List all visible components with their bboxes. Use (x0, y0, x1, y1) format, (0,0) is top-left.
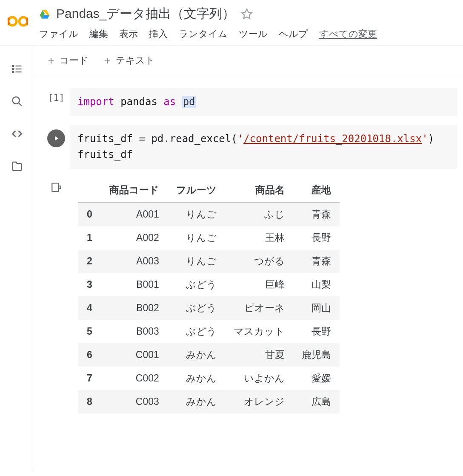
column-header: 商品名 (225, 178, 293, 202)
table-cell: 鹿児島 (293, 343, 340, 367)
svg-point-4 (12, 68, 14, 70)
table-cell: いよかん (225, 367, 293, 390)
table-cell: みかん (168, 367, 225, 390)
table-cell: 山梨 (293, 273, 340, 296)
cell-toolbar: ＋ コード ＋ テキスト (34, 46, 463, 75)
code-cell[interactable]: fruits_df = pd.read_excel('/content/frui… (43, 125, 463, 169)
row-index: 1 (78, 226, 101, 249)
svg-point-1 (19, 17, 27, 25)
table-cell: マスカット (225, 320, 293, 343)
output-indicator-icon[interactable] (51, 182, 62, 195)
table-header-row: 商品コード フルーツ 商品名 産地 (78, 178, 340, 202)
table-cell: ぶどう (168, 296, 225, 320)
menu-runtime[interactable]: ランタイム (179, 28, 228, 40)
code-cell[interactable]: [1] import pandas as pd (43, 88, 463, 116)
table-cell: オレンジ (225, 390, 293, 413)
header: Pandas_データ抽出（文字列） ファイル 編集 表示 挿入 ランタイム ツー… (0, 0, 463, 46)
row-index: 5 (78, 320, 101, 343)
table-cell: りんご (168, 226, 225, 249)
menu-insert[interactable]: 挿入 (149, 28, 168, 40)
table-cell: C002 (101, 367, 168, 390)
menu-edit[interactable]: 編集 (89, 28, 108, 40)
document-title[interactable]: Pandas_データ抽出（文字列） (56, 5, 235, 23)
table-cell: ふじ (225, 202, 293, 226)
table-row: 2A003りんごつがる青森 (78, 249, 340, 273)
table-cell: ぶどう (168, 273, 225, 296)
table-cell: 広島 (293, 390, 340, 413)
table-row: 1A002りんご王林長野 (78, 226, 340, 249)
column-header: フルーツ (168, 178, 225, 202)
table-cell: ピオーネ (225, 296, 293, 320)
table-cell: B001 (101, 273, 168, 296)
toc-icon[interactable] (11, 63, 23, 75)
table-cell: A002 (101, 226, 168, 249)
svg-point-8 (12, 97, 19, 104)
table-cell: B003 (101, 320, 168, 343)
table-cell: りんご (168, 202, 225, 226)
table-cell: 長野 (293, 320, 340, 343)
table-cell: 愛媛 (293, 367, 340, 390)
table-cell: C003 (101, 390, 168, 413)
table-cell: みかん (168, 343, 225, 367)
plus-icon: ＋ (102, 54, 112, 67)
add-text-button[interactable]: ＋ テキスト (102, 54, 155, 67)
drive-icon (39, 9, 50, 20)
row-index: 6 (78, 343, 101, 367)
svg-point-6 (12, 71, 14, 73)
svg-point-2 (12, 65, 14, 67)
menu-view[interactable]: 表示 (119, 28, 138, 40)
table-row: 7C002みかんいよかん愛媛 (78, 367, 340, 390)
code-snippets-icon[interactable] (11, 128, 23, 140)
menubar: ファイル 編集 表示 挿入 ランタイム ツール ヘルプ すべての変更 (39, 25, 458, 46)
save-status[interactable]: すべての変更 (319, 28, 377, 40)
code-input[interactable]: import pandas as pd (70, 88, 457, 116)
table-cell: ぶどう (168, 320, 225, 343)
table-cell: C001 (101, 343, 168, 367)
star-icon[interactable] (241, 8, 253, 20)
row-index: 8 (78, 390, 101, 413)
files-icon[interactable] (11, 160, 23, 172)
table-row: 8C003みかんオレンジ広島 (78, 390, 340, 413)
table-cell: みかん (168, 390, 225, 413)
add-code-button[interactable]: ＋ コード (46, 54, 89, 67)
menu-help[interactable]: ヘルプ (279, 28, 308, 40)
table-row: 0A001りんごふじ青森 (78, 202, 340, 226)
table-row: 5B003ぶどうマスカット長野 (78, 320, 340, 343)
run-cell-button[interactable] (47, 129, 65, 147)
table-cell: りんご (168, 249, 225, 273)
row-index: 7 (78, 367, 101, 390)
dataframe-output: 商品コード フルーツ 商品名 産地 0A001りんごふじ青森1A002りんご王林… (78, 178, 340, 413)
add-text-label: テキスト (116, 54, 155, 67)
plus-icon: ＋ (46, 54, 56, 67)
menu-file[interactable]: ファイル (39, 28, 78, 40)
svg-rect-10 (52, 183, 58, 192)
sidebar (0, 46, 34, 472)
row-index: 0 (78, 202, 101, 226)
svg-point-0 (8, 17, 16, 25)
column-header: 産地 (293, 178, 340, 202)
row-index: 4 (78, 296, 101, 320)
table-cell: 青森 (293, 249, 340, 273)
search-icon[interactable] (11, 95, 23, 107)
table-cell: つがる (225, 249, 293, 273)
table-cell: B002 (101, 296, 168, 320)
table-cell: 長野 (293, 226, 340, 249)
execution-count: [1] (48, 92, 65, 103)
table-cell: 青森 (293, 202, 340, 226)
table-row: 4B002ぶどうピオーネ岡山 (78, 296, 340, 320)
table-cell: 巨峰 (225, 273, 293, 296)
table-cell: 王林 (225, 226, 293, 249)
menu-tools[interactable]: ツール (239, 28, 268, 40)
table-cell: 岡山 (293, 296, 340, 320)
table-cell: A003 (101, 249, 168, 273)
table-cell: A001 (101, 202, 168, 226)
svg-line-9 (18, 103, 21, 106)
row-index: 3 (78, 273, 101, 296)
table-row: 3B001ぶどう巨峰山梨 (78, 273, 340, 296)
code-input[interactable]: fruits_df = pd.read_excel('/content/frui… (70, 125, 457, 169)
column-header: 商品コード (101, 178, 168, 202)
table-row: 6C001みかん甘夏鹿児島 (78, 343, 340, 367)
table-cell: 甘夏 (225, 343, 293, 367)
colab-logo[interactable] (5, 3, 31, 32)
row-index: 2 (78, 249, 101, 273)
